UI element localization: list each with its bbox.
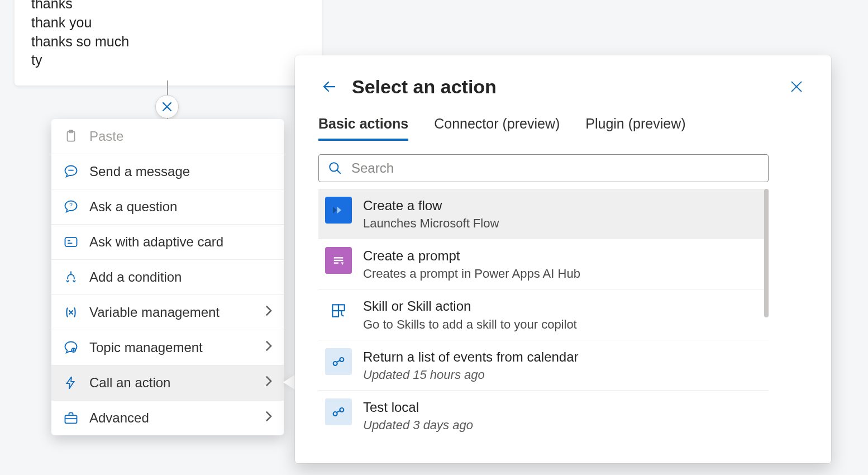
- action-item-create-flow[interactable]: Create a flow Launches Microsoft Flow: [318, 189, 769, 239]
- svg-point-21: [340, 408, 344, 412]
- menu-item-label: Ask a question: [89, 199, 177, 215]
- close-icon: [790, 80, 803, 93]
- close-button[interactable]: [785, 75, 808, 98]
- action-item-test-local[interactable]: Test local Updated 3 days ago: [318, 390, 769, 440]
- flow-run-icon: [325, 348, 352, 375]
- skill-icon: [325, 297, 352, 324]
- svg-text:?: ?: [69, 202, 73, 208]
- chevron-right-icon: [265, 410, 273, 426]
- node-context-menu: Paste Send a message ? Ask a question As…: [51, 119, 284, 435]
- select-action-panel: Select an action Basic actions Connector…: [295, 55, 831, 463]
- search-box[interactable]: [318, 154, 769, 182]
- svg-rect-4: [65, 238, 77, 246]
- svg-line-11: [337, 170, 341, 174]
- menu-item-adaptive-card[interactable]: Ask with adaptive card: [51, 224, 284, 259]
- menu-item-ask-question[interactable]: ? Ask a question: [51, 189, 284, 224]
- prompt-icon: [325, 247, 352, 274]
- svg-point-19: [340, 358, 344, 362]
- svg-rect-17: [332, 311, 338, 317]
- menu-item-variable-management[interactable]: Variable management: [51, 294, 284, 330]
- back-button[interactable]: [318, 75, 341, 98]
- action-item-create-prompt[interactable]: Create a prompt Creates a prompt in Powe…: [318, 239, 769, 289]
- menu-item-paste[interactable]: Paste: [51, 119, 284, 154]
- actions-list: Create a flow Launches Microsoft Flow Cr…: [318, 189, 769, 440]
- menu-item-label: Ask with adaptive card: [89, 234, 223, 250]
- menu-item-label: Send a message: [89, 164, 190, 179]
- tab-connector[interactable]: Connector (preview): [434, 116, 560, 141]
- scrollbar-thumb[interactable]: [764, 189, 769, 317]
- variable-icon: [63, 304, 79, 321]
- trigger-phrase: thanks so much: [31, 32, 305, 51]
- arrow-left-icon: [321, 78, 338, 95]
- menu-item-label: Add a condition: [89, 269, 182, 285]
- flow-icon: [325, 197, 352, 224]
- tab-plugin[interactable]: Plugin (preview): [585, 116, 685, 141]
- menu-item-advanced[interactable]: Advanced: [51, 400, 284, 435]
- flow-run-icon: [325, 398, 352, 425]
- menu-item-topic-management[interactable]: Topic management: [51, 330, 284, 365]
- condition-icon: [63, 269, 79, 286]
- topic-icon: [63, 339, 79, 356]
- svg-rect-16: [338, 305, 345, 311]
- panel-header: Select an action: [318, 75, 808, 98]
- action-title: Create a prompt: [363, 247, 580, 264]
- action-subtitle: Updated 3 days ago: [363, 418, 473, 433]
- add-node-button[interactable]: [155, 95, 179, 118]
- trigger-phrase: thanks: [31, 0, 305, 13]
- paste-icon: [63, 128, 79, 145]
- menu-item-call-action[interactable]: Call an action: [51, 365, 284, 400]
- action-title: Create a flow: [363, 197, 499, 214]
- action-subtitle: Creates a prompt in Power Apps AI Hub: [363, 267, 580, 281]
- trigger-phrase: thank you: [31, 13, 305, 32]
- action-subtitle: Launches Microsoft Flow: [363, 216, 499, 231]
- trigger-phrase: ty: [31, 51, 305, 70]
- menu-item-label: Paste: [89, 129, 123, 144]
- svg-point-10: [330, 163, 338, 171]
- svg-rect-15: [332, 305, 338, 311]
- message-icon: [63, 163, 79, 180]
- menu-item-label: Call an action: [89, 375, 170, 391]
- lightning-icon: [63, 374, 79, 391]
- chevron-right-icon: [265, 305, 273, 320]
- action-title: Test local: [363, 398, 473, 416]
- search-input[interactable]: [351, 160, 759, 176]
- action-subtitle: Go to Skills to add a skill to your copi…: [363, 317, 577, 332]
- flyout-pointer: [283, 374, 295, 390]
- question-icon: ?: [63, 198, 79, 215]
- menu-item-send-message[interactable]: Send a message: [51, 154, 284, 189]
- menu-item-label: Advanced: [89, 410, 149, 426]
- action-item-return-events[interactable]: Return a list of events from calendar Up…: [318, 340, 769, 390]
- card-icon: [63, 234, 79, 250]
- menu-item-label: Variable management: [89, 305, 220, 320]
- panel-tabs: Basic actions Connector (preview) Plugin…: [318, 116, 808, 141]
- action-item-skill[interactable]: Skill or Skill action Go to Skills to ad…: [318, 289, 769, 339]
- action-subtitle: Updated 15 hours ago: [363, 368, 579, 382]
- search-icon: [328, 161, 342, 175]
- close-icon: [161, 101, 173, 112]
- panel-title: Select an action: [352, 76, 497, 98]
- svg-rect-8: [65, 415, 77, 423]
- action-title: Return a list of events from calendar: [363, 348, 579, 365]
- menu-item-add-condition[interactable]: Add a condition: [51, 259, 284, 294]
- trigger-phrases-card: thanks thank you thanks so much ty: [15, 0, 322, 86]
- action-title: Skill or Skill action: [363, 297, 577, 315]
- chevron-right-icon: [265, 340, 273, 355]
- menu-item-label: Topic management: [89, 340, 203, 355]
- chevron-right-icon: [265, 375, 273, 391]
- briefcase-icon: [63, 410, 79, 426]
- tab-basic-actions[interactable]: Basic actions: [318, 116, 408, 141]
